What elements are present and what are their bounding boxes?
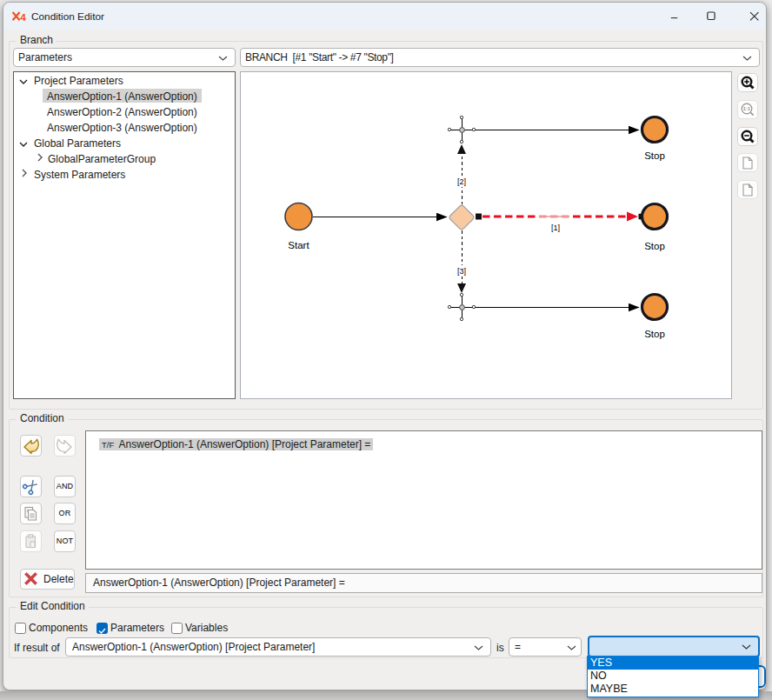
svg-text:Stop: Stop	[644, 241, 665, 251]
svg-text:[1]: [1]	[551, 223, 560, 232]
svg-text:Stop: Stop	[644, 150, 665, 161]
svg-text:[2]: [2]	[457, 177, 466, 186]
svg-text:[3]: [3]	[457, 267, 466, 276]
svg-text:4: 4	[20, 11, 26, 22]
svg-text:Start: Start	[288, 240, 309, 250]
svg-text:1:1: 1:1	[743, 106, 751, 111]
svg-text:Stop: Stop	[644, 329, 665, 339]
